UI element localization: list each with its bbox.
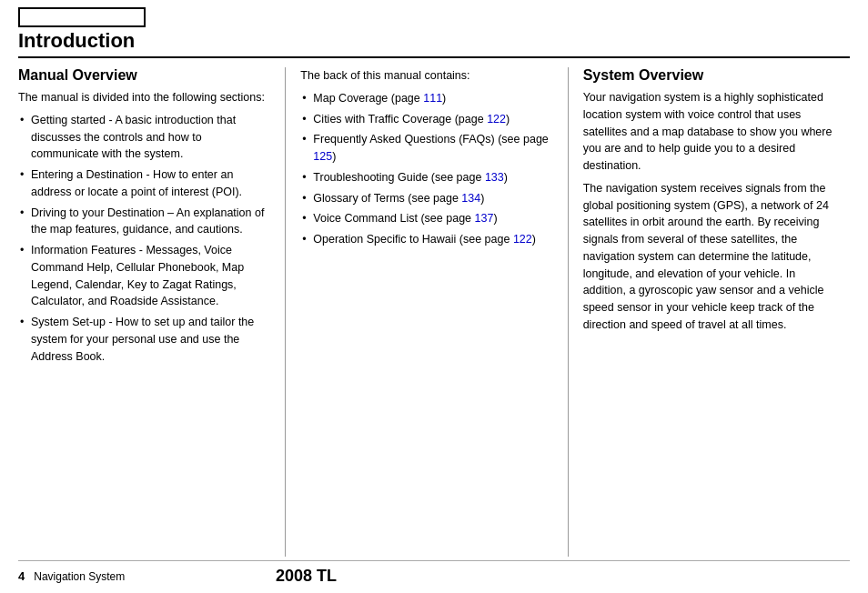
back-contents-intro: The back of this manual contains: [300,67,552,85]
page-link-111[interactable]: 111 [423,92,442,105]
manual-overview-title: Manual Overview [18,67,270,84]
list-item: Driving to your Destination – An explana… [18,205,270,239]
list-item: Voice Command List (see page 137) [300,210,552,227]
footer-nav-label: Navigation System [34,570,125,583]
content-area: Manual Overview The manual is divided in… [18,67,850,557]
page-link-134[interactable]: 134 [461,192,480,205]
back-contents-list: Map Coverage (page 111) Cities with Traf… [300,90,552,248]
page-link-122b[interactable]: 122 [513,233,532,246]
list-item: Getting started - A basic introduction t… [18,112,270,163]
page-link-122a[interactable]: 122 [487,113,506,126]
list-item: Glossary of Terms (see page 134) [300,190,552,207]
footer-left: 4 Navigation System [18,569,125,583]
page-link-137[interactable]: 137 [475,212,494,225]
column-back-contents: The back of this manual contains: Map Co… [300,67,568,557]
list-item: Troubleshooting Guide (see page 133) [300,169,552,186]
manual-overview-list: Getting started - A basic introduction t… [18,112,270,366]
page-container: Introduction Manual Overview The manual … [0,0,868,593]
footer-page-number: 4 [18,569,25,583]
list-item: Operation Specific to Hawaii (see page 1… [300,231,552,248]
system-overview-title: System Overview [583,67,835,84]
page-title: Introduction [18,29,850,58]
system-overview-para-2: The navigation system receives signals f… [583,180,835,334]
page-link-133[interactable]: 133 [485,171,504,184]
manual-overview-intro: The manual is divided into the following… [18,89,270,106]
footer: 4 Navigation System 2008 TL [18,560,850,586]
list-item: Frequently Asked Questions (FAQs) (see p… [300,131,552,166]
column-system-overview: System Overview Your navigation system i… [583,67,850,557]
header-box [18,7,146,27]
list-item: Information Features - Messages, Voice C… [18,242,270,310]
system-overview-para-1: Your navigation system is a highly sophi… [583,89,835,175]
footer-center-text: 2008 TL [125,567,487,586]
list-item: Map Coverage (page 111) [300,90,552,107]
list-item: Entering a Destination - How to enter an… [18,166,270,201]
column-manual-overview: Manual Overview The manual is divided in… [18,67,286,557]
list-item: System Set-up - How to set up and tailor… [18,314,270,365]
page-link-125[interactable]: 125 [313,150,332,163]
list-item: Cities with Traffic Coverage (page 122) [300,111,552,128]
